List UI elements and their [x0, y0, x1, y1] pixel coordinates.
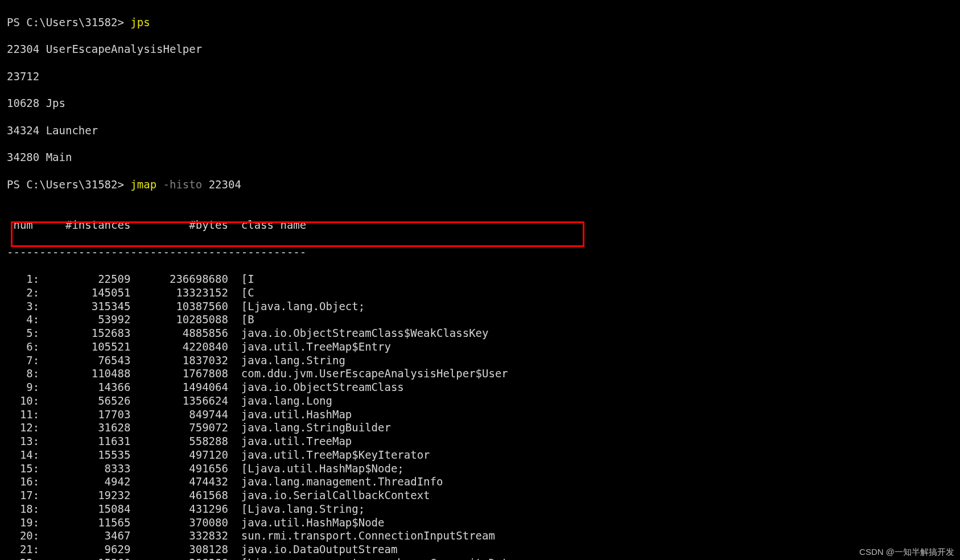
histo-divider: ----------------------------------------… — [7, 246, 953, 260]
table-row: 22: 15360 298288 [Ljavax.management.open… — [7, 557, 953, 560]
table-row: 15: 8333 491656 [Ljava.util.HashMap$Node… — [7, 462, 953, 476]
table-row: 10: 56526 1356624 java.lang.Long — [7, 394, 953, 408]
table-row: 3: 315345 10387560 [Ljava.lang.Object; — [7, 300, 953, 314]
table-row: 8: 110488 1767808 com.ddu.jvm.UserEscape… — [7, 367, 953, 381]
table-row: 17: 19232 461568 java.io.SerialCallbackC… — [7, 489, 953, 503]
table-row: 12: 31628 759072 java.lang.StringBuilder — [7, 421, 953, 435]
prompt-prefix: PS C:\Users\31582> — [7, 16, 130, 28]
jps-output-1: 23712 — [7, 70, 953, 84]
table-row: 16: 4942 474432 java.lang.management.Thr… — [7, 475, 953, 489]
histo-header: num #instances #bytes class name — [7, 219, 953, 232]
table-row: 7: 76543 1837032 java.lang.String — [7, 354, 953, 368]
command-arg-pid: 22304 — [209, 178, 241, 191]
jps-output-4: 34280 Main — [7, 151, 953, 164]
table-row: 14: 15535 497120 java.util.TreeMap$KeyIt… — [7, 448, 953, 462]
table-row: 18: 15084 431296 [Ljava.lang.String; — [7, 503, 953, 516]
jps-output-2: 10628 Jps — [7, 97, 953, 110]
terminal-output[interactable]: PS C:\Users\31582> jps 22304 UserEscapeA… — [0, 0, 960, 560]
table-row: 2: 145051 13323152 [C — [7, 286, 953, 300]
jps-output-3: 34324 Launcher — [7, 124, 953, 138]
table-row: 13: 11631 558288 java.util.TreeMap — [7, 435, 953, 448]
command-jps: jps — [130, 16, 150, 28]
watermark: CSDN @一知半解搞开发 — [859, 547, 954, 558]
table-row: 19: 11565 370080 java.util.HashMap$Node — [7, 516, 953, 530]
prompt-line-2: PS C:\Users\31582> jmap -histo 22304 — [7, 178, 953, 192]
command-jmap: jmap — [130, 178, 156, 191]
table-row: 20: 3467 332832 sun.rmi.transport.Connec… — [7, 529, 953, 543]
table-row: 5: 152683 4885856 java.io.ObjectStreamCl… — [7, 327, 953, 340]
command-arg-histo: -histo — [156, 178, 209, 191]
prompt-line-1: PS C:\Users\31582> jps — [7, 16, 953, 30]
table-row: 1: 22509 236698680 [I — [7, 273, 953, 286]
table-row: 6: 105521 4220840 java.util.TreeMap$Entr… — [7, 340, 953, 354]
table-row: 4: 53992 10285088 [B — [7, 313, 953, 327]
jps-output-0: 22304 UserEscapeAnalysisHelper — [7, 43, 953, 56]
table-row: 21: 9629 308128 java.io.DataOutputStream — [7, 543, 953, 557]
table-row: 9: 14366 1494064 java.io.ObjectStreamCla… — [7, 381, 953, 394]
table-row: 11: 17703 849744 java.util.HashMap — [7, 408, 953, 422]
prompt-prefix: PS C:\Users\31582> — [7, 178, 130, 191]
